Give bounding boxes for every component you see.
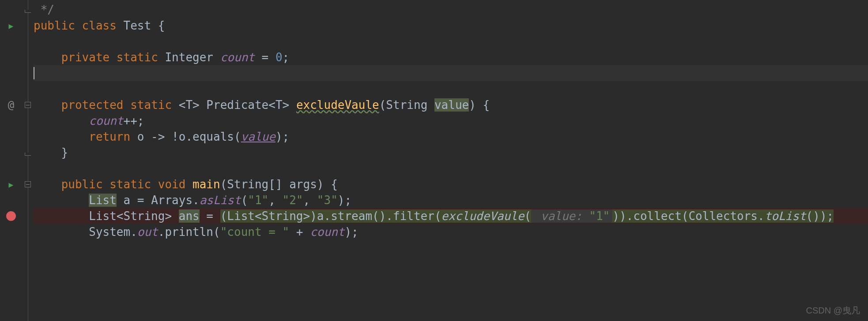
run-gutter-icon[interactable]: ▶ bbox=[9, 176, 14, 192]
code-line[interactable]: List a = Arrays.asList("1", "2", "3"); bbox=[34, 192, 868, 208]
code-line[interactable]: public static void main(String[] args) { bbox=[34, 176, 868, 192]
code-area[interactable]: */ public class Test { private static In… bbox=[34, 0, 868, 321]
run-icon: ▶ bbox=[9, 21, 14, 30]
keyword: static bbox=[109, 178, 151, 191]
code-line[interactable]: */ bbox=[34, 2, 868, 18]
run-icon: ▶ bbox=[9, 180, 14, 189]
code-line[interactable] bbox=[34, 34, 868, 49]
gutter: ▶ @ ▶ bbox=[0, 0, 22, 321]
code-line[interactable] bbox=[34, 81, 868, 97]
brace: { bbox=[151, 19, 165, 32]
parameter-hint: value: "1" bbox=[531, 209, 612, 223]
comment-text: */ bbox=[34, 3, 54, 16]
op: = bbox=[255, 51, 275, 64]
keyword: private bbox=[61, 51, 110, 64]
at-icon: @ bbox=[8, 99, 14, 111]
keyword: class bbox=[82, 19, 117, 32]
type-param: T bbox=[185, 98, 192, 112]
fold-end-icon[interactable] bbox=[25, 153, 31, 156]
caret-icon bbox=[34, 67, 34, 79]
annotation-gutter-icon[interactable]: @ bbox=[8, 97, 14, 113]
field: count bbox=[220, 51, 255, 64]
code-line[interactable]: } bbox=[34, 145, 868, 160]
code-line[interactable]: System.out.println("count = " + count); bbox=[34, 224, 868, 240]
fold-end-icon[interactable] bbox=[25, 10, 31, 13]
var-highlight: ans bbox=[179, 209, 200, 223]
number: 0 bbox=[275, 51, 283, 64]
method-call: asList bbox=[200, 194, 241, 207]
breakpoint-icon[interactable] bbox=[6, 208, 16, 224]
param-ref: value bbox=[241, 130, 275, 143]
code-editor[interactable]: ▶ @ ▶ */ public class Test { bbox=[0, 0, 868, 321]
type-highlight: List bbox=[89, 194, 117, 207]
fold-row bbox=[25, 176, 31, 192]
type-param: T bbox=[275, 98, 283, 112]
fold-toggle-icon[interactable] bbox=[25, 102, 31, 108]
code-line-caret[interactable] bbox=[34, 65, 868, 81]
field: out bbox=[137, 225, 158, 239]
code-line[interactable]: private static Integer count = 0; bbox=[34, 49, 868, 65]
watermark: CSDN @曳凡 bbox=[806, 305, 860, 317]
code-line-breakpoint[interactable]: List<String> ans = (List<String>)a.strea… bbox=[34, 208, 868, 224]
param-highlight: value bbox=[434, 98, 469, 112]
code-line[interactable]: public class Test { bbox=[34, 18, 868, 34]
string: "3" bbox=[317, 194, 338, 207]
type: Integer bbox=[165, 51, 213, 64]
field: count bbox=[89, 114, 123, 127]
field: count bbox=[310, 225, 344, 239]
semi: ; bbox=[283, 51, 290, 64]
fold-row bbox=[25, 97, 31, 113]
keyword: protected bbox=[61, 98, 124, 112]
string: "1" bbox=[248, 194, 268, 207]
keyword: static bbox=[130, 98, 172, 112]
keyword: return bbox=[89, 130, 130, 143]
code-line[interactable]: return o -> !o.equals(value); bbox=[34, 129, 868, 145]
keyword: public bbox=[61, 178, 103, 191]
keyword: void bbox=[158, 178, 186, 191]
method-name: excludeVaule bbox=[296, 98, 379, 112]
fold-row bbox=[25, 2, 31, 18]
code-line[interactable] bbox=[34, 160, 868, 176]
keyword: public bbox=[34, 19, 75, 32]
string: "2" bbox=[283, 194, 303, 207]
breakpoint-dot-icon bbox=[6, 211, 16, 221]
string: "count = " bbox=[220, 225, 290, 239]
fold-row bbox=[25, 145, 31, 160]
code-line[interactable]: count++; bbox=[34, 113, 868, 129]
expr-highlight: (List<String>)a.stream().filter(excludeV… bbox=[220, 209, 834, 223]
fold-toggle-icon[interactable] bbox=[25, 181, 31, 187]
method-name: main bbox=[192, 178, 220, 191]
run-gutter-icon[interactable]: ▶ bbox=[9, 18, 14, 34]
keyword: static bbox=[117, 51, 158, 64]
fold-column bbox=[22, 0, 34, 321]
code-line[interactable]: protected static <T> Predicate<T> exclud… bbox=[34, 97, 868, 113]
class-name: Test bbox=[124, 19, 151, 32]
